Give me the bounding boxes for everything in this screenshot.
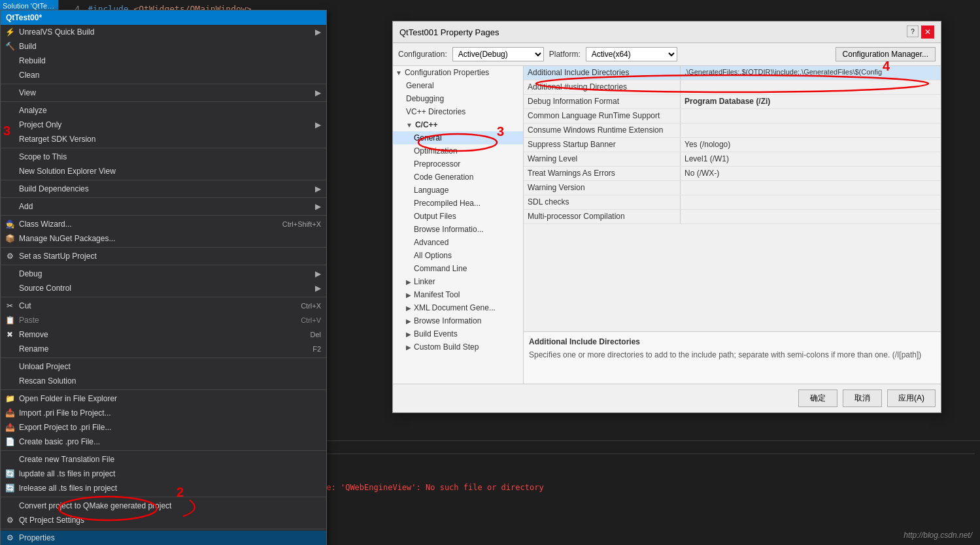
- ctx-remove[interactable]: ✖ Remove Del: [1, 327, 326, 342]
- tree-config-properties[interactable]: ▼ Configuration Properties: [393, 66, 523, 79]
- import-icon: 📥: [3, 408, 16, 418]
- apply-btn[interactable]: 应用(A): [887, 389, 936, 407]
- tree-language[interactable]: Language: [393, 184, 523, 197]
- config-select[interactable]: Active(Debug): [452, 47, 544, 61]
- ctx-export-pri[interactable]: 📤 Export Project to .pri File...: [1, 420, 326, 435]
- prop-row-treat-warnings[interactable]: Treat Warnings As Errors No (/WX-): [524, 167, 941, 181]
- project-only-arrow: ▶: [315, 120, 321, 129]
- ctx-startup-label: Set as StartUp Project: [19, 252, 97, 261]
- ctx-convert-qmake[interactable]: Convert project to QMake generated proje…: [1, 499, 326, 513]
- tree-debugging[interactable]: Debugging: [393, 92, 523, 105]
- ctx-class-wizard[interactable]: 🧙 Class Wizard... Ctrl+Shift+X: [1, 217, 326, 231]
- property-table: Additional Include Directories .\Generat…: [524, 66, 941, 331]
- prop-include-dirs-value: .\GeneratedFiles;.$(QTDIR)\include;.\Gen…: [681, 66, 941, 80]
- ctx-project-only[interactable]: Project Only ▶: [1, 118, 326, 132]
- tree-vc-dirs[interactable]: VC++ Directories: [393, 105, 523, 118]
- ctx-new-sol-view[interactable]: New Solution Explorer View: [1, 164, 326, 178]
- prop-row-clr[interactable]: Common Language RunTime Support: [524, 109, 941, 124]
- ctx-remove-label: Remove: [19, 330, 48, 339]
- ctx-open-folder[interactable]: 📁 Open Folder in File Explorer: [1, 391, 326, 406]
- ctx-rename[interactable]: Rename F2: [1, 342, 326, 356]
- platform-select[interactable]: Active(x64): [586, 47, 677, 61]
- prop-row-warning-version[interactable]: Warning Version: [524, 181, 941, 195]
- ctx-lrelease[interactable]: 🔄 lrelease all .ts files in project: [1, 481, 326, 495]
- ctx-analyze[interactable]: Analyze: [1, 103, 326, 118]
- ctx-source-control-label: Source Control: [19, 284, 71, 293]
- ctx-create-pro-label: Create basic .pro File...: [19, 437, 100, 446]
- ctx-import-pri[interactable]: 📥 Import .pri File to Project...: [1, 406, 326, 420]
- cancel-btn[interactable]: 取消: [843, 389, 882, 407]
- prop-row-consume-wrt[interactable]: Consume Windows Runtime Extension: [524, 124, 941, 138]
- ctx-new-sol-label: New Solution Explorer View: [19, 167, 116, 176]
- ok-btn[interactable]: 确定: [798, 389, 837, 407]
- ctx-export-pri-label: Export Project to .pri File...: [19, 423, 111, 432]
- tree-xml-doc[interactable]: ▶ XML Document Gene...: [393, 301, 523, 314]
- tree-output-files[interactable]: Output Files: [393, 210, 523, 223]
- tree-xml-doc-label: XML Document Gene...: [414, 303, 496, 312]
- ctx-qt-settings[interactable]: ⚙ Qt Project Settings: [1, 513, 326, 527]
- source-control-arrow: ▶: [315, 284, 321, 293]
- prop-row-warning-level[interactable]: Warning Level Level1 (/W1): [524, 152, 941, 167]
- ctx-create-ts[interactable]: Create new Translation File: [1, 452, 326, 467]
- ctx-nuget[interactable]: 📦 Manage NuGet Packages...: [1, 231, 326, 246]
- ctx-view[interactable]: View ▶: [1, 86, 326, 100]
- ctx-create-pro[interactable]: 📄 Create basic .pro File...: [1, 435, 326, 449]
- prop-row-using-dirs[interactable]: Additional #using Directories: [524, 80, 941, 95]
- tree-vc-dirs-label: VC++ Directories: [406, 107, 465, 116]
- ctx-startup[interactable]: ⚙ Set as StartUp Project: [1, 249, 326, 263]
- ctx-cut[interactable]: ✂ Cut Ctrl+X: [1, 299, 326, 313]
- nuget-icon: 📦: [3, 234, 16, 243]
- tree-precompiled[interactable]: Precompiled Hea...: [393, 197, 523, 210]
- cut-shortcut: Ctrl+X: [301, 302, 321, 310]
- properties-icon: ⚙: [3, 533, 16, 542]
- ctx-scope[interactable]: Scope to This: [1, 150, 326, 164]
- tree-manifest[interactable]: ▶ Manifest Tool: [393, 288, 523, 301]
- ctx-unrealvs[interactable]: ⚡ UnrealVS Quick Build ▶: [1, 25, 326, 39]
- tree-linker[interactable]: ▶ Linker: [393, 275, 523, 288]
- config-manager-btn[interactable]: Configuration Manager...: [836, 47, 936, 61]
- tree-preprocessor[interactable]: Preprocessor: [393, 157, 523, 171]
- tree-precompiled-label: Precompiled Hea...: [414, 199, 481, 208]
- prop-row-include-dirs[interactable]: Additional Include Directories .\Generat…: [524, 66, 941, 80]
- ctx-clean[interactable]: Clean: [1, 68, 326, 82]
- config-label: Configuration:: [398, 50, 447, 59]
- tree-cmdline[interactable]: Command Line: [393, 262, 523, 275]
- ctx-source-control[interactable]: Source Control ▶: [1, 281, 326, 295]
- tree-custom-build[interactable]: ▶ Custom Build Step: [393, 340, 523, 354]
- context-menu: QtTest00* ⚡ UnrealVS Quick Build ▶ 🔨 Bui…: [0, 10, 327, 545]
- ctx-unload[interactable]: Unload Project: [1, 359, 326, 374]
- prop-row-sdl[interactable]: SDL checks: [524, 195, 941, 210]
- prop-row-multiproc[interactable]: Multi-processor Compilation: [524, 210, 941, 224]
- sep-10: [1, 357, 326, 358]
- prop-warning-version-value: [681, 181, 941, 195]
- ctx-rebuild[interactable]: Rebuild: [1, 54, 326, 68]
- tree-general[interactable]: General: [393, 79, 523, 92]
- tree-cpp-general[interactable]: General: [393, 131, 523, 144]
- custom-build-expand-icon: ▶: [406, 344, 411, 351]
- tree-all-options[interactable]: All Options: [393, 249, 523, 262]
- ctx-add[interactable]: Add ▶: [1, 199, 326, 214]
- ctx-retarget[interactable]: Retarget SDK Version: [1, 132, 326, 146]
- dialog-close-btn[interactable]: ✕: [921, 25, 934, 39]
- ctx-properties[interactable]: ⚙ Properties: [1, 531, 326, 545]
- ctx-lupdate[interactable]: 🔄 lupdate all .ts files in project: [1, 467, 326, 481]
- tree-advanced[interactable]: Advanced: [393, 236, 523, 249]
- class-wizard-icon: 🧙: [3, 220, 16, 229]
- ctx-build-deps[interactable]: Build Dependencies ▶: [1, 182, 326, 196]
- dialog-title: QtTest001 Property Pages: [399, 27, 499, 37]
- prop-row-debug-format[interactable]: Debug Information Format Program Databas…: [524, 95, 941, 109]
- tree-optimization[interactable]: Optimization: [393, 144, 523, 157]
- tree-build-events[interactable]: ▶ Build Events: [393, 327, 523, 340]
- tree-browse-info[interactable]: Browse Informatio...: [393, 223, 523, 236]
- ctx-debug[interactable]: Debug ▶: [1, 267, 326, 281]
- prop-row-suppress-banner[interactable]: Suppress Startup Banner Yes (/nologo): [524, 138, 941, 152]
- tree-general-label: General: [406, 81, 434, 90]
- dialog-help-btn[interactable]: ?: [907, 25, 919, 37]
- tree-code-gen[interactable]: Code Generation: [393, 171, 523, 184]
- ctx-build[interactable]: 🔨 Build: [1, 39, 326, 54]
- ctx-rescan-label: Rescan Solution: [19, 376, 76, 386]
- tree-cpp[interactable]: ▼ C/C++: [393, 118, 523, 131]
- ctx-rescan[interactable]: Rescan Solution: [1, 374, 326, 388]
- ctx-paste[interactable]: 📋 Paste Ctrl+V: [1, 313, 326, 327]
- tree-browse-info2[interactable]: ▶ Browse Information: [393, 314, 523, 327]
